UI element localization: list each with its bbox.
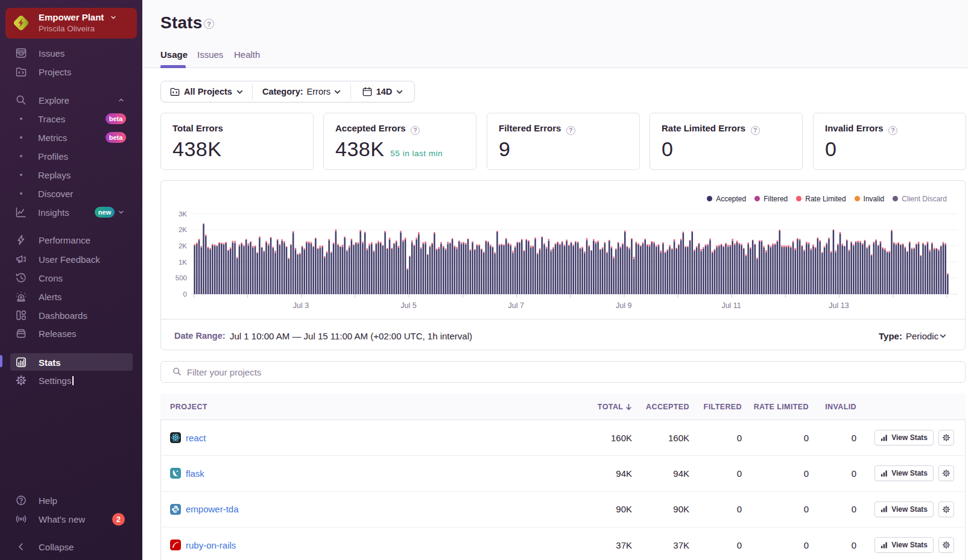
svg-text:2K: 2K [179,242,187,250]
svg-text:Jul 9: Jul 9 [616,301,631,310]
svg-text:Jul 5: Jul 5 [400,301,416,310]
svg-text:1K: 1K [179,259,187,266]
svg-text:Jul 7: Jul 7 [508,301,524,310]
svg-text:3K: 3K [179,210,187,218]
svg-text:500: 500 [175,274,187,282]
svg-text:Jul 11: Jul 11 [721,301,741,310]
svg-text:0: 0 [183,291,187,298]
svg-text:Jul 3: Jul 3 [293,301,309,310]
svg-text:Jul 13: Jul 13 [829,301,849,310]
svg-text:2K: 2K [179,226,187,233]
